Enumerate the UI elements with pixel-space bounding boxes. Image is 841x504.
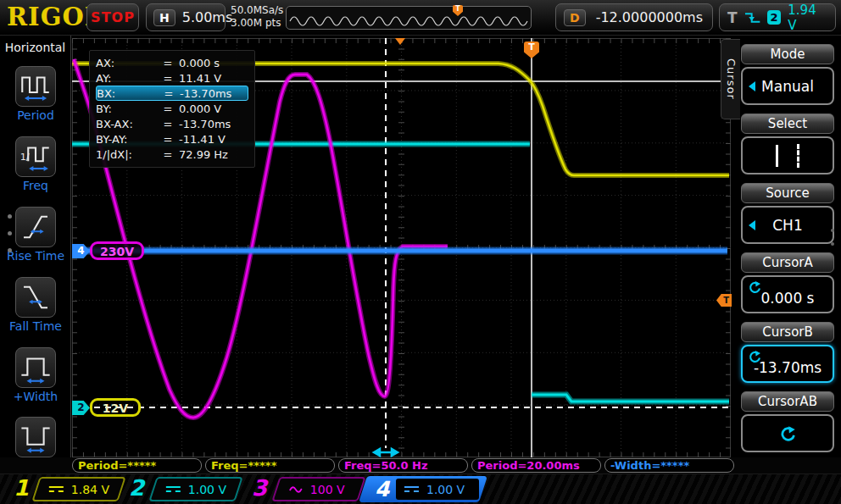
softkey-mode[interactable]: Mode Manual bbox=[741, 44, 834, 105]
cursor-menu-tab[interactable]: Cursor bbox=[721, 39, 740, 119]
ch3-scale-value: 100 V bbox=[310, 483, 345, 496]
ch1-number[interactable]: 1 bbox=[14, 475, 29, 501]
dc-coupling-icon bbox=[49, 486, 64, 493]
ch2-tile[interactable]: 1.00 V bbox=[148, 477, 242, 501]
softkey-cursor-b[interactable]: CursorB -13.70ms bbox=[741, 322, 834, 383]
freq-icon: 1/ bbox=[15, 136, 56, 177]
page-dot bbox=[831, 242, 834, 246]
dc-coupling-icon bbox=[404, 486, 419, 493]
delay-box[interactable]: D -12.0000000ms bbox=[555, 3, 713, 31]
measure-slot-5: -Width=***** bbox=[604, 458, 734, 473]
top-status-bar: RIGOL STOP H 5.00ms 50.0MSa/s 3.00M pts … bbox=[0, 0, 841, 36]
select-cursor-button[interactable] bbox=[741, 136, 834, 174]
preview-waveform-icon bbox=[287, 7, 531, 29]
ac-coupling-icon bbox=[289, 485, 303, 494]
softkey-cursor-ab[interactable]: CursorAB bbox=[741, 391, 834, 452]
channel-status-bar: 1 1.84 V 2 1.00 V 3 100 V 4 bbox=[0, 474, 841, 504]
waveform-display: AX: = 0.000 s AY: = 11.41 V BX: = -13.70… bbox=[72, 38, 731, 457]
waveform-preview: T bbox=[286, 6, 532, 30]
menu-item-freq[interactable]: 1/ Freq bbox=[0, 136, 71, 192]
period-icon bbox=[15, 66, 56, 107]
delay-value: -12.0000000ms bbox=[596, 9, 703, 25]
delay-position-marker-icon bbox=[395, 38, 405, 45]
scroll-dot bbox=[8, 231, 12, 235]
measure-slot-3: Freq=50.0 Hz bbox=[338, 458, 468, 473]
menu-item-fall-time[interactable]: Fall Time bbox=[0, 277, 71, 333]
ch2-number[interactable]: 2 bbox=[129, 475, 144, 501]
d-label: D bbox=[564, 9, 586, 26]
cursor-a-value-button[interactable]: 0.000 s bbox=[741, 275, 834, 313]
dc-coupling-icon bbox=[166, 486, 181, 493]
cursor-readout-row: BY-AY: = -11.41 V bbox=[96, 131, 248, 147]
scroll-dot bbox=[8, 214, 12, 219]
measurement-result-bar: Period=***** Freq=***** Freq=50.0 Hz Per… bbox=[0, 457, 841, 474]
memory-depth: 3.00M pts bbox=[231, 17, 283, 30]
ch3-tile[interactable]: 100 V bbox=[271, 477, 365, 501]
softkey-header: Source bbox=[741, 183, 834, 203]
menu-item-pos-width[interactable]: +Width bbox=[0, 347, 71, 403]
left-menu-title: Horizontal bbox=[0, 41, 70, 54]
softkey-select[interactable]: Select bbox=[741, 114, 834, 174]
softkey-header: CursorAB bbox=[741, 391, 834, 412]
ch4-number: 4 bbox=[375, 477, 389, 501]
cursor-readout-box: AX: = 0.000 s AY: = 11.41 V BX: = -13.70… bbox=[89, 50, 255, 168]
option-triangle-icon bbox=[749, 220, 755, 230]
menu-item-label: +Width bbox=[0, 390, 71, 403]
ch1-scale-value: 1.84 V bbox=[71, 483, 109, 496]
measure-slot-1: Period=***** bbox=[72, 458, 202, 473]
menu-item-label: Period bbox=[0, 108, 71, 122]
trigger-level-value: 1.94 V bbox=[788, 3, 827, 33]
ch3-level-label: 230V bbox=[90, 241, 144, 260]
run-state-label: STOP bbox=[91, 9, 135, 25]
ch2-scale-value: 1.00 V bbox=[188, 483, 226, 496]
cursor-readout-row: 1/|dX|: = 72.99 Hz bbox=[96, 147, 248, 162]
run-stop-status[interactable]: STOP bbox=[86, 3, 139, 31]
trigger-box[interactable]: T 2 1.94 V bbox=[719, 3, 836, 31]
ch3-number[interactable]: 3 bbox=[252, 475, 267, 501]
measure-slot-2: Freq=***** bbox=[205, 458, 335, 473]
scroll-dot bbox=[8, 248, 12, 252]
cursor-readout-row: BY: = 0.000 V bbox=[96, 101, 248, 116]
rotate-knob-icon bbox=[748, 280, 761, 294]
ch1-tile[interactable]: 1.84 V bbox=[31, 477, 125, 501]
cursor-select-icon bbox=[776, 138, 799, 173]
cursor-readout-row: BX-AX: = -13.70ms bbox=[96, 116, 248, 131]
cursor-ab-button[interactable] bbox=[741, 414, 834, 452]
option-triangle-icon bbox=[749, 81, 755, 91]
softkey-header: CursorA bbox=[741, 252, 834, 273]
acquisition-info: 50.0MSa/s 3.00M pts bbox=[231, 4, 283, 30]
cursor-b-value-button[interactable]: -13.70ms bbox=[741, 345, 834, 383]
plus-width-icon bbox=[15, 347, 56, 388]
cursor-readout-row-selected: BX: = -13.70ms bbox=[96, 86, 248, 101]
fall-time-icon bbox=[15, 277, 56, 318]
cursor-readout-row: AX: = 0.000 s bbox=[96, 55, 248, 70]
horizontal-scale-box[interactable]: H 5.00ms bbox=[146, 3, 226, 31]
rotate-knob-icon bbox=[779, 425, 796, 442]
softkey-header: CursorB bbox=[741, 322, 834, 342]
cursor-softkey-menu: Mode Manual Select Source CH1 CursorA bbox=[741, 36, 836, 474]
softkey-header: Mode bbox=[741, 44, 834, 64]
rotate-knob-icon bbox=[748, 350, 761, 363]
ch2-trace bbox=[72, 144, 729, 402]
trigger-source-badge: 2 bbox=[767, 10, 781, 25]
ch4-tile-selected[interactable]: 4 1.00 V bbox=[359, 476, 487, 502]
measure-slot-4: Period=20.00ms bbox=[471, 458, 601, 473]
menu-item-label: Freq bbox=[0, 179, 71, 192]
softkey-cursor-a[interactable]: CursorA 0.000 s bbox=[741, 252, 834, 313]
ch4-scale-value: 1.00 V bbox=[426, 483, 465, 496]
menu-item-label: Fall Time bbox=[0, 319, 71, 333]
cursor-readout-row: AY: = 11.41 V bbox=[96, 70, 248, 86]
ch2-level-label: 12V bbox=[90, 398, 141, 417]
mode-value-button[interactable]: Manual bbox=[741, 67, 834, 105]
horizontal-measure-menu: Horizontal Period 1/ bbox=[0, 36, 71, 474]
page-dot bbox=[831, 229, 834, 232]
t-label: T bbox=[727, 9, 738, 26]
falling-edge-icon bbox=[744, 11, 760, 25]
sample-rate: 50.0MSa/s bbox=[231, 4, 283, 17]
softkey-source[interactable]: Source CH1 bbox=[741, 183, 834, 244]
menu-item-period[interactable]: Period bbox=[0, 66, 71, 122]
softkey-header: Select bbox=[741, 114, 834, 134]
source-value-button[interactable]: CH1 bbox=[741, 206, 834, 244]
cursor-b-handle-icon bbox=[374, 449, 398, 456]
h-label: H bbox=[153, 9, 175, 26]
